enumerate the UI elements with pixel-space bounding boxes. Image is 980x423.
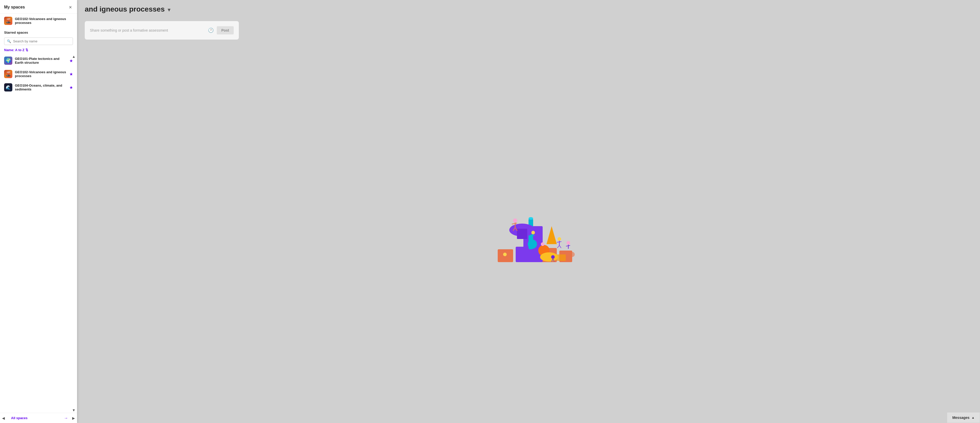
page-title: and igneous processes ▾ [85,5,972,13]
messages-button[interactable]: Messages ▲ [947,412,980,423]
svg-line-25 [559,246,561,248]
svg-point-29 [503,252,507,256]
scroll-down-button[interactable]: ▼ [72,408,76,413]
dropdown-icon[interactable]: ▾ [168,7,170,13]
main-content: and igneous processes ▾ Share something … [77,0,980,423]
space-icon-ocean [4,83,12,91]
svg-rect-9 [517,229,527,239]
post-button[interactable]: Post [217,26,234,34]
space-icon-tectonic [4,56,12,65]
svg-rect-11 [525,257,530,262]
page-title-text: and igneous processes [85,5,165,13]
space-label-1: GEO102-Volcanoes and igneous processes [15,70,67,78]
illustration [85,45,972,418]
svg-point-21 [558,237,561,241]
all-spaces-link[interactable]: All spaces [7,413,64,423]
sort-label[interactable]: Name: A to Z ⇅ [0,47,77,54]
svg-rect-12 [557,254,566,261]
clock-icon: 🕐 [208,27,214,33]
svg-rect-10 [517,258,523,262]
all-spaces-arrow: → [64,416,70,420]
page-header: and igneous processes ▾ [77,0,980,16]
svg-point-32 [531,231,535,235]
sort-icon: ⇅ [25,48,28,52]
search-input[interactable] [13,39,70,43]
search-input-wrapper[interactable]: 🔍 [4,38,73,45]
svg-line-18 [512,223,517,224]
svg-point-40 [570,252,575,257]
list-item[interactable]: GEO102-Volcanoes and igneous processes ★ [0,67,77,81]
sidebar-title: My spaces [4,5,25,10]
svg-point-15 [540,252,558,262]
search-icon: 🔍 [7,39,11,43]
space-label-0: GEO101-Plate tectonics and Earth structu… [15,57,67,64]
sidebar: My spaces × GEO102-Volcanoes and igneous… [0,0,77,423]
svg-point-35 [541,242,544,246]
scroll-up-button[interactable]: ▲ [72,54,76,59]
starred-spaces-label: Starred spaces [0,28,77,36]
svg-point-36 [551,255,555,259]
svg-point-6 [528,217,533,220]
scroll-right-button[interactable]: ▶ [70,414,77,422]
chevron-up-icon: ▲ [972,416,975,420]
star-icon-1: ★ [69,72,73,77]
list-item[interactable]: GEO104-Oceans, climate, and sediments ★ [0,81,77,94]
spaces-list: ▲ GEO101-Plate tectonics and Earth struc… [0,54,77,413]
post-placeholder: Share something or post a formative asse… [90,28,205,32]
space-label-2: GEO104-Oceans, climate, and sediments [15,83,67,91]
close-button[interactable]: × [68,4,73,10]
messages-label: Messages [952,415,969,420]
svg-line-24 [557,246,559,248]
svg-marker-7 [547,226,557,244]
main-body: Share something or post a formative asse… [77,16,980,423]
my-spaces-item-label: GEO102-Volcanoes and igneous processes [15,17,73,25]
svg-point-26 [566,241,570,245]
sort-label-text: Name: A to Z [4,48,24,52]
star-icon-2: ★ [69,85,73,90]
sidebar-footer: ◀ All spaces → ▶ [0,413,77,423]
my-spaces-item[interactable]: GEO102-Volcanoes and igneous processes [0,14,77,28]
scroll-left-button[interactable]: ◀ [0,414,7,422]
svg-point-16 [513,219,517,223]
list-item[interactable]: GEO101-Plate tectonics and Earth structu… [0,54,77,67]
space-icon-volcano [4,17,12,25]
post-box: Share something or post a formative asse… [85,21,239,40]
sidebar-header: My spaces × [0,0,77,14]
svg-point-14 [528,239,537,249]
illustration-svg [477,193,580,270]
space-icon-volcano-2 [4,70,12,78]
svg-rect-39 [500,256,504,260]
search-box: 🔍 [0,36,77,47]
